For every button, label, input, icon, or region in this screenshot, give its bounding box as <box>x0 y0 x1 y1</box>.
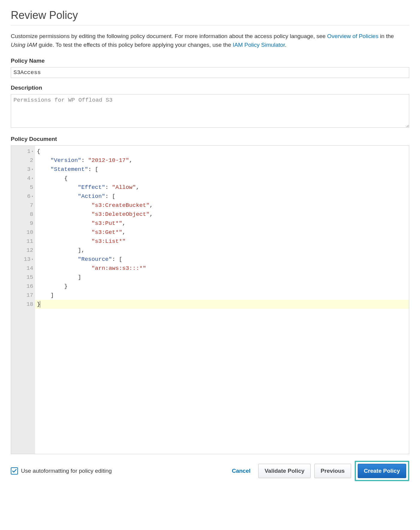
policy-editor[interactable]: 123456789101112131415161718 { "Version":… <box>11 145 409 454</box>
description-field: Description Permissions for WP Offload S… <box>11 85 409 129</box>
gutter-line: 8 <box>13 210 33 219</box>
iam-policy-simulator-link[interactable]: IAM Policy Simulator <box>233 42 285 48</box>
previous-button[interactable]: Previous <box>314 464 351 478</box>
gutter-line: 5 <box>13 183 33 192</box>
gutter-line: 13 <box>13 255 33 264</box>
code-line[interactable]: "s3:Put*", <box>37 219 407 228</box>
code-line[interactable]: "Version": "2012-10-17", <box>37 156 407 165</box>
editor-gutter: 123456789101112131415161718 <box>11 146 35 454</box>
code-line[interactable]: ] <box>37 273 407 282</box>
code-line[interactable]: "arn:aws:s3:::*" <box>37 264 407 273</box>
gutter-line: 18 <box>13 300 33 309</box>
gutter-line: 2 <box>13 156 33 165</box>
code-line[interactable]: ], <box>37 246 407 255</box>
checkbox-icon[interactable] <box>11 467 18 475</box>
validate-policy-button[interactable]: Validate Policy <box>258 464 311 478</box>
intro-em: Using IAM <box>11 42 37 48</box>
intro-prefix: Customize permissions by editing the fol… <box>11 33 327 39</box>
text-cursor <box>40 301 40 308</box>
gutter-line: 11 <box>13 237 33 246</box>
create-policy-highlight: Create Policy <box>355 461 409 481</box>
page-title: Review Policy <box>11 9 409 22</box>
overview-of-policies-link[interactable]: Overview of Policies <box>327 33 378 39</box>
gutter-line: 6 <box>13 192 33 201</box>
intro-mid1: in the <box>380 33 394 39</box>
create-policy-button[interactable]: Create Policy <box>358 464 406 478</box>
description-textarea[interactable]: Permissions for WP Offload S3 <box>11 94 409 128</box>
autoformat-toggle[interactable]: Use autoformatting for policy editing <box>11 467 112 475</box>
title-divider <box>11 25 409 25</box>
policy-name-input[interactable] <box>11 67 409 78</box>
gutter-line: 9 <box>13 219 33 228</box>
intro-mid2: guide. To test the effects of this polic… <box>37 42 233 48</box>
gutter-line: 14 <box>13 264 33 273</box>
gutter-line: 3 <box>13 165 33 174</box>
gutter-line: 7 <box>13 201 33 210</box>
footer-row: Use autoformatting for policy editing Ca… <box>11 461 409 481</box>
gutter-line: 15 <box>13 273 33 282</box>
code-line[interactable]: "Effect": "Allow", <box>37 183 407 192</box>
gutter-line: 1 <box>13 147 33 156</box>
code-line[interactable]: "s3:CreateBucket", <box>37 201 407 210</box>
code-line[interactable]: "Resource": [ <box>37 255 407 264</box>
gutter-line: 10 <box>13 228 33 237</box>
code-line[interactable]: "s3:DeleteObject", <box>37 210 407 219</box>
gutter-line: 16 <box>13 282 33 291</box>
gutter-line: 4 <box>13 174 33 183</box>
policy-name-field: Policy Name <box>11 58 409 78</box>
code-line[interactable]: } <box>37 282 407 291</box>
editor-code[interactable]: { "Version": "2012-10-17", "Statement": … <box>35 146 409 454</box>
gutter-line: 17 <box>13 291 33 300</box>
code-line[interactable]: "s3:Get*", <box>37 228 407 237</box>
code-line[interactable]: ] <box>37 291 407 300</box>
code-line[interactable]: "Action": [ <box>37 192 407 201</box>
description-label: Description <box>11 85 409 91</box>
code-line[interactable]: } <box>37 300 407 309</box>
cancel-button[interactable]: Cancel <box>228 465 255 477</box>
policy-document-field: Policy Document 123456789101112131415161… <box>11 136 409 454</box>
intro-suffix: . <box>285 42 286 48</box>
code-line[interactable]: "Statement": [ <box>37 165 407 174</box>
policy-document-label: Policy Document <box>11 136 409 142</box>
policy-name-label: Policy Name <box>11 58 409 64</box>
gutter-line: 12 <box>13 246 33 255</box>
footer-buttons: Cancel Validate Policy Previous Create P… <box>228 461 409 481</box>
code-line[interactable]: "s3:List*" <box>37 237 407 246</box>
intro-text: Customize permissions by editing the fol… <box>11 32 409 49</box>
code-line[interactable]: { <box>37 174 407 183</box>
autoformat-label: Use autoformatting for policy editing <box>21 468 112 474</box>
code-line[interactable]: { <box>37 147 407 156</box>
